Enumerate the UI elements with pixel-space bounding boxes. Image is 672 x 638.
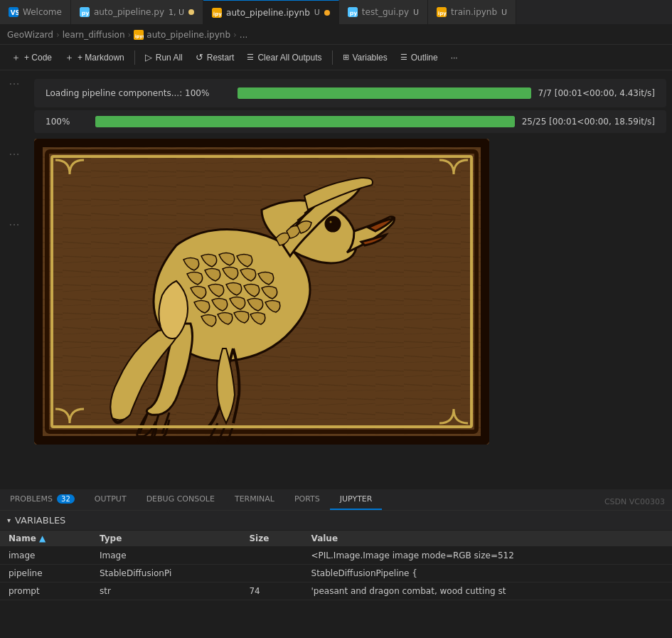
tab-active-label: auto_pipeline.ipynb bbox=[226, 8, 310, 18]
variable-row-pipeline[interactable]: pipeline StableDiffusionPi StableDiffusi… bbox=[0, 565, 672, 583]
tab-debug-label: DEBUG CONSOLE bbox=[146, 494, 215, 504]
col-type[interactable]: Type bbox=[91, 531, 240, 547]
tab-train-badge: U bbox=[501, 8, 507, 17]
more-icon: ··· bbox=[451, 53, 458, 63]
woodcut-svg bbox=[34, 139, 489, 445]
add-code-button[interactable]: ＋ + Code bbox=[6, 48, 58, 67]
add-markdown-label: + Markdown bbox=[78, 53, 124, 63]
tab-terminal[interactable]: TERMINAL bbox=[225, 489, 284, 510]
var-size-image bbox=[240, 547, 302, 565]
restart-icon: ↺ bbox=[196, 52, 203, 63]
notebook-main: ··· ··· ··· Loading pipeline components.… bbox=[0, 70, 672, 489]
svg-text:ipynb: ipynb bbox=[135, 33, 144, 38]
tab-auto-pipeline-ipynb[interactable]: ipynb auto_pipeline.ipynb U bbox=[203, 0, 339, 24]
var-type-pipeline: StableDiffusionPi bbox=[91, 565, 240, 583]
breadcrumb-learn-diffusion[interactable]: learn_diffusion bbox=[63, 30, 125, 40]
notebook-icon: ipynb bbox=[212, 8, 222, 18]
tab-terminal-label: TERMINAL bbox=[235, 494, 274, 504]
generated-image bbox=[34, 139, 489, 445]
breadcrumb-sep-2: › bbox=[128, 30, 132, 40]
run-all-button[interactable]: ▷ Run All bbox=[139, 49, 188, 65]
notebook-cells: Loading pipeline components...: 100% 7/7… bbox=[28, 70, 672, 489]
breadcrumb-sep-1: › bbox=[56, 30, 60, 40]
variable-row-image[interactable]: image Image <PIL.Image.Image image mode=… bbox=[0, 547, 672, 565]
tab-problems-label: PROBLEMS bbox=[10, 494, 53, 504]
variables-header[interactable]: ▾ VARIABLES bbox=[0, 511, 672, 531]
tab-ports[interactable]: PORTS bbox=[284, 489, 330, 510]
gutter-dot-2: ··· bbox=[9, 148, 19, 161]
tab-output[interactable]: OUTPUT bbox=[85, 489, 137, 510]
clear-icon: ☰ bbox=[247, 53, 254, 62]
tab-welcome-label: Welcome bbox=[23, 7, 62, 17]
tab-train-label: train.ipynb bbox=[451, 7, 497, 17]
tab-debug-console[interactable]: DEBUG CONSOLE bbox=[137, 489, 225, 510]
variable-row-prompt[interactable]: prompt str 74 'peasant and dragon combat… bbox=[0, 583, 672, 600]
progress-row-1: Loading pipeline components...: 100% 7/7… bbox=[46, 87, 655, 99]
progress-stats-1: 7/7 [00:01<00:00, 4.43it/s] bbox=[538, 88, 655, 98]
tab-problems[interactable]: PROBLEMS 32 bbox=[0, 489, 85, 510]
variables-icon: ⊞ bbox=[343, 53, 349, 62]
gutter-dot-1: ··· bbox=[9, 78, 19, 91]
var-type-prompt: str bbox=[91, 583, 240, 600]
variables-table: Name ▲ Type Size Value image Image <PIL.… bbox=[0, 531, 672, 600]
python-icon-2: py bbox=[348, 7, 358, 17]
clear-all-label: Clear All Outputs bbox=[257, 53, 321, 63]
tab-active-dot bbox=[324, 10, 330, 16]
run-all-icon: ▷ bbox=[145, 52, 152, 63]
col-value[interactable]: Value bbox=[303, 531, 672, 547]
tab-jupyter[interactable]: JUPYTER bbox=[330, 489, 383, 510]
var-name-prompt: prompt bbox=[0, 583, 91, 600]
col-size[interactable]: Size bbox=[240, 531, 302, 547]
toolbar: ＋ + Code ＋ + Markdown ▷ Run All ↺ Restar… bbox=[0, 45, 672, 70]
progress-label-1: Loading pipeline components...: 100% bbox=[46, 88, 230, 98]
var-value-pipeline: StableDiffusionPipeline { bbox=[303, 565, 672, 583]
cell-gutter: ··· ··· ··· bbox=[0, 70, 28, 489]
add-markdown-button[interactable]: ＋ + Markdown bbox=[59, 48, 130, 67]
variables-panel: ▾ VARIABLES Name ▲ Type Size Value image… bbox=[0, 510, 672, 638]
tab-test-gui-badge: U bbox=[413, 8, 419, 17]
progress-label-2: 100% bbox=[46, 117, 88, 127]
svg-text:ipynb: ipynb bbox=[438, 11, 447, 16]
tab-ports-label: PORTS bbox=[294, 494, 320, 504]
breadcrumb-sep-3: › bbox=[233, 30, 237, 40]
tab-output-label: OUTPUT bbox=[95, 494, 127, 504]
outline-label: Outline bbox=[411, 53, 438, 63]
breadcrumb-file[interactable]: auto_pipeline.ipynb bbox=[146, 30, 230, 40]
var-type-image: Image bbox=[91, 547, 240, 565]
gutter-dot-3: ··· bbox=[9, 218, 19, 232]
tab-auto-pipeline-py[interactable]: py auto_pipeline.py 1, U bbox=[71, 0, 203, 24]
var-size-prompt: 74 bbox=[240, 583, 302, 600]
progress-bar-2 bbox=[95, 116, 515, 127]
tab-bar: VS Welcome py auto_pipeline.py 1, U ipyn… bbox=[0, 0, 672, 25]
tab-test-gui-label: test_gui.py bbox=[362, 7, 409, 17]
plus-icon: ＋ bbox=[11, 51, 21, 64]
var-value-image: <PIL.Image.Image image mode=RGB size=512 bbox=[303, 547, 672, 565]
clear-all-button[interactable]: ☰ Clear All Outputs bbox=[241, 50, 327, 65]
bottom-panel-tabs: PROBLEMS 32 OUTPUT DEBUG CONSOLE TERMINA… bbox=[0, 489, 672, 510]
svg-point-21 bbox=[329, 220, 333, 224]
run-all-label: Run All bbox=[156, 53, 183, 63]
variables-chevron: ▾ bbox=[7, 516, 11, 524]
var-name-image: image bbox=[0, 547, 91, 565]
variables-button[interactable]: ⊞ Variables bbox=[337, 50, 393, 65]
restart-button[interactable]: ↺ Restart bbox=[190, 49, 240, 65]
tab-train-ipynb[interactable]: ipynb train.ipynb U bbox=[428, 0, 516, 24]
variables-body: image Image <PIL.Image.Image image mode=… bbox=[0, 547, 672, 600]
restart-label: Restart bbox=[207, 53, 235, 63]
tab-welcome[interactable]: VS Welcome bbox=[0, 0, 71, 24]
variables-column-headers: Name ▲ Type Size Value bbox=[0, 531, 672, 547]
breadcrumb-geowizard[interactable]: GeoWizard bbox=[7, 30, 53, 40]
more-button[interactable]: ··· bbox=[445, 50, 464, 65]
plus-icon-2: ＋ bbox=[65, 51, 74, 64]
cell-3-image-output bbox=[34, 136, 666, 447]
notebook-icon-2: ipynb bbox=[437, 7, 447, 17]
outline-button[interactable]: ☰ Outline bbox=[395, 50, 444, 65]
svg-text:py: py bbox=[82, 10, 90, 16]
breadcrumb-more[interactable]: ... bbox=[240, 30, 247, 40]
var-size-pipeline bbox=[240, 565, 302, 583]
svg-text:VS: VS bbox=[11, 9, 18, 16]
tab-test-gui[interactable]: py test_gui.py U bbox=[339, 0, 428, 24]
col-name[interactable]: Name ▲ bbox=[0, 531, 91, 547]
var-value-prompt: 'peasant and dragon combat, wood cutting… bbox=[303, 583, 672, 600]
svg-text:ipynb: ipynb bbox=[213, 11, 222, 16]
